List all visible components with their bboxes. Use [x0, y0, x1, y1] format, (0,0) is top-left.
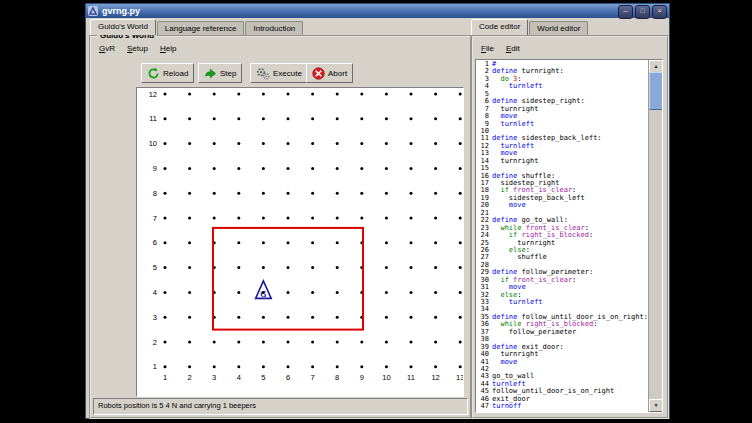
minimize-button[interactable]	[618, 5, 633, 19]
menu-help[interactable]: Help	[154, 43, 182, 54]
code-line: 9 turnleft	[477, 121, 648, 128]
tab-guido-s-world[interactable]: Guido's World	[90, 19, 156, 35]
abort-icon	[312, 67, 325, 80]
step-icon	[204, 67, 217, 80]
status-text: Robots position is 5 4 N and carrying 1 …	[98, 401, 256, 410]
grid-dots	[164, 93, 462, 369]
svg-text:6: 6	[286, 373, 290, 382]
svg-text:10: 10	[382, 373, 390, 382]
step-button[interactable]: Step	[198, 63, 242, 83]
status-bar: Robots position is 5 4 N and carrying 1 …	[93, 398, 468, 415]
svg-text:9: 9	[360, 373, 364, 382]
world-canvas[interactable]: 12345678910111212345678910111213G	[136, 87, 464, 397]
svg-text:5: 5	[153, 263, 157, 272]
code-line: 14 turnright	[477, 158, 648, 165]
svg-text:7: 7	[153, 214, 157, 223]
svg-text:4: 4	[153, 288, 157, 297]
axis-labels: 12345678910111212345678910111213	[149, 90, 463, 383]
toolbar-button-label: Abort	[328, 69, 347, 78]
app-window: gvrng.py Guido's WorldLanguage reference…	[85, 3, 670, 419]
code-line: 33 turnleft	[477, 299, 648, 306]
world-menubar: GvRSetupHelp	[93, 43, 182, 54]
menu-setup[interactable]: Setup	[121, 43, 154, 54]
menu-gvr[interactable]: GvR	[93, 43, 121, 54]
svg-text:9: 9	[153, 164, 157, 173]
code-editor[interactable]: 1#2define turnright:3 do 3:4 turnleft56d…	[475, 59, 663, 413]
world-grid: 12345678910111212345678910111213G	[137, 88, 463, 394]
toolbar: ReloadStepExecuteAbort	[91, 63, 468, 87]
svg-text:5: 5	[261, 373, 265, 382]
code-line: 37 follow_perimeter	[477, 329, 648, 336]
svg-text:2: 2	[188, 373, 192, 382]
svg-text:G: G	[260, 290, 266, 299]
code-line: 4 turnleft	[477, 83, 648, 90]
tab-language-reference[interactable]: Language reference	[157, 21, 245, 35]
code-line: 27 shuffle	[477, 254, 648, 261]
editor-menubar: FileEdit	[475, 43, 526, 54]
code-line: 20 move	[477, 202, 648, 209]
toolbar-button-label: Execute	[273, 69, 302, 78]
desktop-background: gvrng.py Guido's WorldLanguage reference…	[0, 0, 752, 423]
code-editor-panel: FileEdit 1#2define turnright:3 do 3:4 tu…	[471, 35, 669, 419]
code-line: 47turnoff	[477, 403, 648, 410]
execute-button[interactable]: Execute	[250, 63, 308, 83]
tab-code-editor[interactable]: Code editor	[471, 19, 528, 35]
right-tab-strip: Code editorWorld editor	[471, 20, 589, 35]
svg-text:2: 2	[153, 338, 157, 347]
svg-text:6: 6	[153, 238, 157, 247]
abort-button[interactable]: Abort	[306, 63, 353, 83]
menu-file[interactable]: File	[475, 43, 500, 54]
svg-text:8: 8	[335, 373, 339, 382]
svg-text:1: 1	[153, 362, 157, 371]
code-line: 41 move	[477, 359, 648, 366]
svg-text:1: 1	[163, 373, 167, 382]
svg-text:11: 11	[149, 114, 157, 123]
svg-text:8: 8	[153, 189, 157, 198]
code-scrollbar[interactable]	[648, 60, 662, 412]
robot: G	[256, 281, 272, 300]
left-tab-strip: Guido's WorldLanguage referenceIntroduct…	[90, 20, 304, 35]
window-icon	[88, 6, 98, 16]
window-controls	[618, 5, 667, 19]
close-button[interactable]	[652, 5, 667, 19]
menu-edit[interactable]: Edit	[500, 43, 526, 54]
svg-text:11: 11	[407, 373, 415, 382]
execute-icon	[256, 67, 270, 80]
window-title: gvrng.py	[102, 6, 140, 16]
guidos-world-panel: Guido's World GvRSetupHelp ReloadStepExe…	[89, 35, 472, 419]
reload-button[interactable]: Reload	[141, 63, 194, 83]
svg-text:3: 3	[212, 373, 216, 382]
svg-text:12: 12	[431, 373, 439, 382]
svg-text:12: 12	[149, 90, 157, 99]
toolbar-button-label: Reload	[163, 69, 188, 78]
svg-text:13: 13	[456, 373, 463, 382]
tab-world-editor[interactable]: World editor	[529, 21, 588, 35]
svg-text:10: 10	[149, 139, 157, 148]
svg-text:3: 3	[153, 313, 157, 322]
scrollbar-thumb[interactable]	[649, 72, 663, 110]
scroll-down-icon[interactable]	[649, 399, 663, 412]
maximize-button[interactable]	[635, 5, 650, 19]
toolbar-button-label: Step	[220, 69, 236, 78]
tab-introduction[interactable]: Introduction	[245, 21, 303, 35]
code-text[interactable]: 1#2define turnright:3 do 3:4 turnleft56d…	[477, 61, 648, 412]
reload-icon	[147, 67, 160, 80]
svg-text:7: 7	[311, 373, 315, 382]
window-titlebar[interactable]: gvrng.py	[86, 4, 669, 18]
svg-text:4: 4	[237, 373, 241, 382]
